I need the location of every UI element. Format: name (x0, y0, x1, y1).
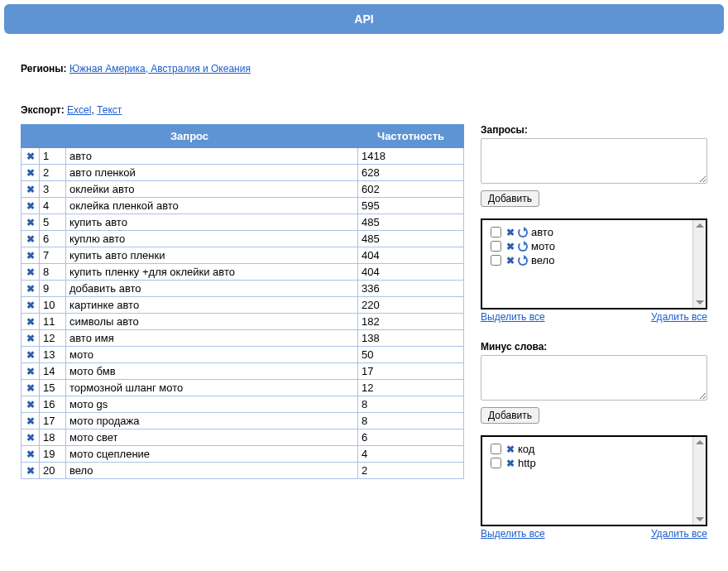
row-number: 6 (40, 231, 66, 247)
table-row: ✖20вело2 (22, 463, 464, 479)
row-freq: 485 (358, 214, 464, 231)
row-freq: 404 (358, 247, 464, 264)
delete-row-icon[interactable]: ✖ (26, 283, 35, 295)
item-text: код (518, 443, 534, 455)
page-title: API (4, 4, 724, 34)
delete-row-icon[interactable]: ✖ (26, 399, 35, 410)
delete-row-icon[interactable]: ✖ (26, 366, 35, 377)
row-query: авто пленкой (66, 165, 358, 181)
row-freq: 182 (358, 314, 464, 330)
row-query: авто имя (66, 330, 358, 347)
scrollbar[interactable] (692, 220, 706, 308)
row-query: купить авто (66, 214, 358, 231)
queries-textarea[interactable] (481, 138, 707, 184)
list-item: ✖вело (486, 253, 702, 267)
item-checkbox[interactable] (491, 458, 501, 468)
table-row: ✖11символы авто182 (22, 314, 464, 330)
col-header-query: Запрос (22, 125, 358, 148)
minus-label: Минус слова: (481, 341, 707, 353)
delete-row-icon[interactable]: ✖ (26, 432, 35, 444)
row-number: 5 (40, 214, 66, 231)
refresh-icon[interactable] (518, 228, 528, 238)
row-number: 7 (40, 247, 66, 264)
queries-delete-all-link[interactable]: Удалить все (651, 311, 707, 323)
export-text-link[interactable]: Текст (97, 104, 122, 116)
table-row: ✖14мото бмв17 (22, 363, 464, 380)
table-row: ✖4оклейка пленкой авто595 (22, 198, 464, 214)
table-row: ✖2авто пленкой628 (22, 165, 464, 181)
row-freq: 12 (358, 380, 464, 396)
row-freq: 6 (358, 429, 464, 446)
queries-listbox: ✖авто✖мото✖вело (481, 218, 707, 309)
delete-row-icon[interactable]: ✖ (26, 465, 35, 477)
row-number: 13 (40, 347, 66, 363)
export-excel-link[interactable]: Excel (67, 104, 91, 116)
delete-item-icon[interactable]: ✖ (506, 227, 515, 238)
row-query: авто (66, 148, 358, 165)
scrollbar[interactable] (692, 437, 706, 525)
row-query: купить пленку +для оклейки авто (66, 264, 358, 281)
delete-row-icon[interactable]: ✖ (26, 217, 35, 228)
delete-row-icon[interactable]: ✖ (26, 333, 35, 344)
minus-textarea[interactable] (481, 355, 707, 401)
item-text: вело (531, 254, 555, 266)
delete-item-icon[interactable]: ✖ (506, 255, 515, 266)
row-number: 20 (40, 463, 66, 479)
minus-select-all-link[interactable]: Выделить все (481, 528, 545, 540)
row-freq: 602 (358, 181, 464, 198)
delete-row-icon[interactable]: ✖ (26, 184, 35, 195)
row-number: 9 (40, 281, 66, 297)
keywords-table: Запрос Частотность ✖1авто1418✖2авто плен… (21, 124, 464, 479)
delete-item-icon[interactable]: ✖ (506, 444, 515, 455)
row-number: 14 (40, 363, 66, 380)
row-freq: 220 (358, 297, 464, 314)
queries-label: Запросы: (481, 124, 707, 136)
queries-select-all-link[interactable]: Выделить все (481, 311, 545, 323)
delete-item-icon[interactable]: ✖ (506, 458, 515, 469)
minus-add-button[interactable]: Добавить (481, 407, 539, 424)
row-number: 18 (40, 429, 66, 446)
delete-row-icon[interactable]: ✖ (26, 151, 35, 162)
row-freq: 2 (358, 463, 464, 479)
row-freq: 628 (358, 165, 464, 181)
item-checkbox[interactable] (491, 255, 501, 266)
regions-line: Регионы: Южная Америка, Австралия и Океа… (21, 63, 724, 74)
regions-link[interactable]: Южная Америка, Австралия и Океания (69, 63, 251, 74)
minus-delete-all-link[interactable]: Удалить все (651, 528, 707, 540)
delete-row-icon[interactable]: ✖ (26, 233, 35, 245)
delete-row-icon[interactable]: ✖ (26, 200, 35, 212)
row-number: 4 (40, 198, 66, 214)
table-row: ✖9добавить авто336 (22, 281, 464, 297)
row-freq: 595 (358, 198, 464, 214)
item-checkbox[interactable] (491, 227, 501, 238)
table-row: ✖18мото свет6 (22, 429, 464, 446)
queries-add-button[interactable]: Добавить (481, 190, 539, 207)
row-freq: 485 (358, 231, 464, 247)
delete-row-icon[interactable]: ✖ (26, 449, 35, 460)
row-freq: 404 (358, 264, 464, 281)
row-freq: 336 (358, 281, 464, 297)
item-checkbox[interactable] (491, 444, 501, 454)
list-item: ✖авто (486, 225, 702, 239)
delete-row-icon[interactable]: ✖ (26, 266, 35, 278)
delete-row-icon[interactable]: ✖ (26, 167, 35, 179)
delete-item-icon[interactable]: ✖ (506, 241, 515, 252)
refresh-icon[interactable] (518, 242, 528, 252)
delete-row-icon[interactable]: ✖ (26, 382, 35, 394)
row-query: картинке авто (66, 297, 358, 314)
table-row: ✖3оклейки авто602 (22, 181, 464, 198)
row-query: мото свет (66, 429, 358, 446)
row-freq: 50 (358, 347, 464, 363)
delete-row-icon[interactable]: ✖ (26, 316, 35, 328)
table-row: ✖10картинке авто220 (22, 297, 464, 314)
row-query: купить авто пленки (66, 247, 358, 264)
row-query: мото сцепление (66, 446, 358, 463)
delete-row-icon[interactable]: ✖ (26, 250, 35, 262)
refresh-icon[interactable] (518, 256, 528, 266)
delete-row-icon[interactable]: ✖ (26, 349, 35, 361)
table-row: ✖15тормозной шланг мото12 (22, 380, 464, 396)
delete-row-icon[interactable]: ✖ (26, 415, 35, 427)
export-label: Экспорт: (21, 104, 65, 116)
delete-row-icon[interactable]: ✖ (26, 300, 35, 311)
item-checkbox[interactable] (491, 241, 501, 252)
